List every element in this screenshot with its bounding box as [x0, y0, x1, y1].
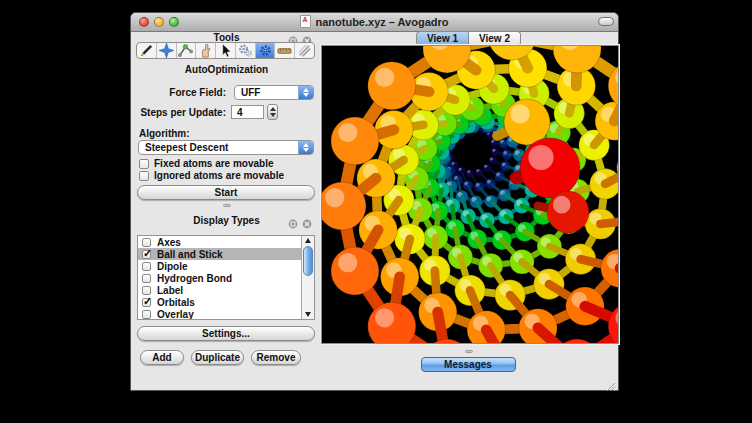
- draw-tool-button[interactable]: [137, 43, 157, 58]
- algorithm-label: Algorithm:: [139, 128, 190, 139]
- messages-button[interactable]: Messages: [421, 357, 516, 372]
- display-type-row[interactable]: Hydrogen Bond: [138, 272, 314, 284]
- display-type-label: Axes: [157, 237, 181, 248]
- display-type-label: Dipole: [157, 261, 188, 272]
- display-type-checkbox[interactable]: [142, 262, 151, 271]
- display-type-row[interactable]: ✓Ball and Stick: [138, 248, 314, 260]
- add-button[interactable]: Add: [140, 350, 184, 365]
- duplicate-button[interactable]: Duplicate: [191, 350, 244, 365]
- ignored-atoms-movable-row: Ignored atoms are movable: [139, 170, 284, 181]
- steps-per-update-input[interactable]: 4: [231, 105, 264, 119]
- popup-arrows-icon: [298, 141, 313, 154]
- desktop-background: nanotube.xyz – Avogadro Tools AutoOptimi…: [0, 0, 752, 423]
- resize-grip[interactable]: [606, 378, 616, 388]
- tools-toolbar: [136, 42, 315, 59]
- left-dock: Tools AutoOptimization Force Field: UFF …: [134, 31, 319, 387]
- selection-tool-button[interactable]: [216, 43, 236, 58]
- autooptimization-title: AutoOptimization: [134, 64, 319, 75]
- steps-stepper[interactable]: [267, 104, 278, 120]
- messages-splitter-handle[interactable]: [465, 350, 473, 353]
- scrollbar-thumb[interactable]: [303, 246, 313, 276]
- display-types-list: Axes✓Ball and StickDipoleHydrogen BondLa…: [137, 235, 315, 320]
- tools-float-button[interactable]: [288, 32, 298, 42]
- display-type-checkbox[interactable]: [142, 286, 151, 295]
- popup-arrows-icon: [298, 86, 313, 99]
- display-type-row[interactable]: Dipole: [138, 260, 314, 272]
- bond-centric-tool-button[interactable]: [177, 43, 197, 58]
- measure-tool-button[interactable]: [275, 43, 295, 58]
- manipulate-tool-button[interactable]: [196, 43, 216, 58]
- gl-viewport[interactable]: [321, 45, 619, 344]
- display-types-panel-header: Display Types: [134, 214, 319, 227]
- window-title-area: nanotube.xyz – Avogadro: [131, 15, 618, 28]
- force-field-label: Force Field:: [134, 87, 226, 98]
- display-type-row[interactable]: Axes: [138, 236, 314, 248]
- auto-rotate-tool-button[interactable]: [236, 43, 256, 58]
- window-titlebar[interactable]: nanotube.xyz – Avogadro: [131, 13, 618, 32]
- tab-view-1[interactable]: View 1: [416, 31, 469, 46]
- display-type-row[interactable]: ✓Orbitals: [138, 296, 314, 308]
- display-type-checkbox[interactable]: ✓: [142, 298, 151, 307]
- display-float-button[interactable]: [288, 215, 298, 225]
- remove-button[interactable]: Remove: [251, 350, 301, 365]
- fixed-atoms-movable-row: Fixed atoms are movable: [139, 158, 274, 169]
- navigate-tool-button[interactable]: [157, 43, 177, 58]
- display-type-label: Ball and Stick: [157, 249, 223, 260]
- display-type-row[interactable]: Label: [138, 284, 314, 296]
- tools-close-button[interactable]: [302, 32, 312, 42]
- display-type-checkbox[interactable]: [142, 238, 151, 247]
- display-type-label: Hydrogen Bond: [157, 273, 232, 284]
- toolbar-toggle-button[interactable]: [598, 17, 614, 26]
- display-list-scrollbar[interactable]: [301, 236, 314, 319]
- dock-splitter-handle[interactable]: [223, 204, 231, 207]
- algorithm-select[interactable]: Steepest Descent: [138, 140, 314, 155]
- tab-view-2[interactable]: View 2: [469, 31, 521, 46]
- align-tool-button[interactable]: [295, 43, 314, 58]
- start-button[interactable]: Start: [137, 185, 315, 200]
- ignored-atoms-movable-label: Ignored atoms are movable: [154, 170, 284, 181]
- steps-per-update-label: Steps per Update:: [134, 107, 226, 118]
- view-tab-bar: View 1 View 2: [319, 31, 618, 46]
- display-type-row[interactable]: Overlay: [138, 308, 314, 320]
- auto-optimize-tool-button[interactable]: [256, 43, 276, 58]
- display-type-label: Orbitals: [157, 297, 195, 308]
- settings-button[interactable]: Settings...: [137, 326, 315, 341]
- window-title: nanotube.xyz – Avogadro: [315, 16, 448, 28]
- ignored-atoms-movable-checkbox[interactable]: [139, 171, 149, 181]
- display-type-checkbox[interactable]: ✓: [142, 250, 151, 259]
- algorithm-value: Steepest Descent: [145, 142, 228, 153]
- document-icon: [300, 15, 311, 28]
- display-type-checkbox[interactable]: [142, 310, 151, 319]
- fixed-atoms-movable-label: Fixed atoms are movable: [154, 158, 274, 169]
- view-pane: View 1 View 2 Messages: [319, 31, 618, 390]
- force-field-select[interactable]: UFF: [234, 85, 314, 100]
- display-close-button[interactable]: [302, 215, 312, 225]
- scroll-down-icon[interactable]: [302, 310, 314, 319]
- fixed-atoms-movable-checkbox[interactable]: [139, 159, 149, 169]
- display-type-checkbox[interactable]: [142, 274, 151, 283]
- scroll-up-icon[interactable]: [302, 236, 314, 245]
- display-type-label: Overlay: [157, 309, 194, 320]
- nanotube-molecule-render[interactable]: [322, 46, 618, 343]
- force-field-value: UFF: [241, 87, 260, 98]
- display-type-label: Label: [157, 285, 183, 296]
- avogadro-window: nanotube.xyz – Avogadro Tools AutoOptimi…: [130, 12, 619, 391]
